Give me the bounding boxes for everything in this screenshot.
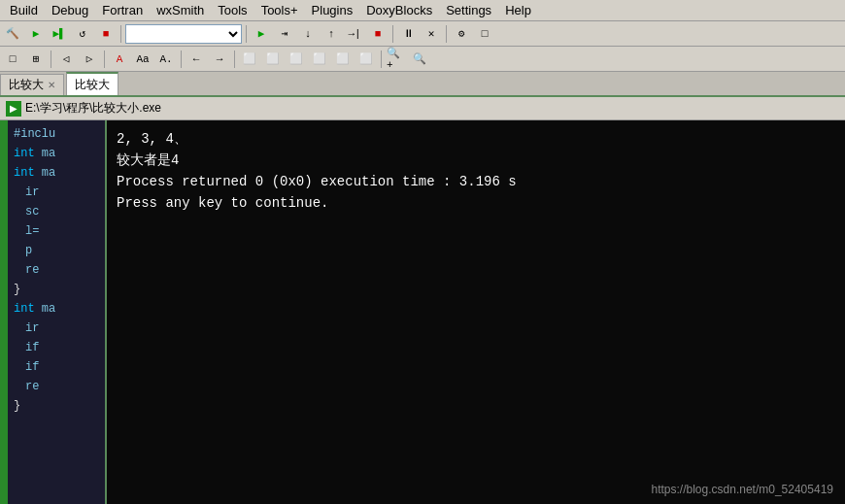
tb2-btn1[interactable]: □ (2, 49, 23, 70)
tb2-sep5 (381, 50, 382, 68)
exe-titlebar: ▶ E:\学习\程序\比较大小.exe (0, 97, 845, 120)
terminal-line-3: Process returned 0 (0x0) execution time … (117, 171, 835, 192)
tabbar: 比较大 ✕ 比较大 (0, 72, 845, 97)
cpu-btn[interactable]: ⚙ (451, 23, 472, 45)
build-target-combo[interactable] (125, 24, 242, 44)
tb2-btn2[interactable]: ⊞ (25, 49, 47, 70)
tb2-bookmark[interactable]: A (109, 49, 130, 70)
separator2 (246, 25, 247, 43)
menu-fortran[interactable]: Fortran (96, 1, 149, 19)
step-btn[interactable]: ⇥ (274, 23, 295, 45)
menu-toolsplus[interactable]: Tools+ (255, 1, 304, 19)
tb2-btn9[interactable]: ⬜ (286, 49, 307, 70)
tab-source-label: 比较大 (9, 77, 44, 93)
exe-path: E:\学习\程序\比较大小.exe (25, 100, 161, 117)
tb2-sep1 (51, 50, 51, 68)
terminal-line-1: 2, 3, 4、 (117, 128, 835, 150)
main-area: #inclu int ma int ma ir sc l= p re } int… (0, 120, 845, 504)
code-line-9: } (0, 280, 105, 299)
rebuild-button[interactable]: ↺ (72, 23, 93, 45)
line-gutter (0, 120, 8, 504)
tb2-btn11[interactable]: ⬜ (332, 49, 354, 70)
menu-help[interactable]: Help (499, 1, 537, 19)
exe-icon: ▶ (6, 101, 21, 117)
code-line-1: #inclu (0, 124, 105, 144)
menu-settings[interactable]: Settings (440, 1, 497, 19)
tb2-btn12[interactable]: ⬜ (355, 49, 377, 70)
menu-build[interactable]: Build (4, 1, 44, 19)
tb2-sep2 (104, 50, 105, 68)
code-line-3: int ma (0, 163, 105, 183)
separator4 (446, 25, 447, 43)
code-line-5: sc (12, 202, 105, 221)
code-line-2: int ma (0, 144, 105, 163)
tb2-zoom-in[interactable]: 🔍+ (386, 49, 407, 70)
tb2-sep3 (181, 50, 182, 68)
tab-active-label: 比较大 (75, 77, 110, 93)
stop-button[interactable]: ■ (95, 23, 117, 45)
menu-debug[interactable]: Debug (46, 1, 94, 19)
abort-btn[interactable]: ✕ (421, 23, 442, 45)
terminal-line-2: 较大者是4 (117, 150, 835, 171)
code-line-4: ir (12, 183, 105, 202)
run-button[interactable]: ▶ (25, 23, 47, 45)
watermark: https://blog.csdn.net/m0_52405419 (652, 483, 833, 496)
menu-plugins[interactable]: Plugins (306, 1, 359, 19)
code-line-13: if (12, 357, 105, 377)
code-line-10: int ma (0, 299, 105, 319)
terminal-line-4: Press any key to continue. (117, 192, 835, 214)
code-line-15: } (0, 396, 105, 416)
tb2-forward[interactable]: ▷ (79, 49, 100, 70)
toolbar1: 🔨 ▶ ▶▌ ↺ ■ ▶ ⇥ ↓ ↑ →| ■ ⏸ ✕ ⚙ □ (0, 21, 845, 47)
code-line-7: p (12, 241, 105, 260)
separator3 (392, 25, 393, 43)
tb2-btn7[interactable]: ⬜ (239, 49, 260, 70)
code-line-14: re (12, 377, 105, 396)
tb2-btn3[interactable]: Aa (132, 49, 153, 70)
tb2-sep4 (234, 50, 235, 68)
terminal-panel: 2, 3, 4、 较大者是4 Process returned 0 (0x0) … (107, 120, 845, 504)
code-line-12: if (12, 338, 105, 357)
tb2-btn8[interactable]: ⬜ (262, 49, 284, 70)
menu-doxyblocks[interactable]: DoxyBlocks (360, 1, 438, 19)
stepinto-btn[interactable]: ↓ (297, 23, 319, 45)
separator1 (120, 25, 121, 43)
tb2-btn10[interactable]: ⬜ (309, 49, 330, 70)
tb2-back[interactable]: ◁ (55, 49, 77, 70)
code-panel: #inclu int ma int ma ir sc l= p re } int… (0, 120, 107, 504)
play-btn[interactable]: ▶ (251, 23, 272, 45)
mem-btn[interactable]: □ (474, 23, 495, 45)
tab-source[interactable]: 比较大 ✕ (0, 74, 64, 95)
stepout-btn[interactable]: ↑ (321, 23, 342, 45)
menu-tools[interactable]: Tools (212, 1, 253, 19)
tb2-btn6[interactable]: → (209, 49, 230, 70)
tb2-btn4[interactable]: A. (155, 49, 177, 70)
code-line-11: ir (12, 319, 105, 338)
runto-btn[interactable]: →| (344, 23, 365, 45)
menu-wxsmith[interactable]: wxSmith (151, 1, 210, 19)
build-button[interactable]: 🔨 (2, 23, 23, 45)
tb2-btn5[interactable]: ← (186, 49, 207, 70)
stop2-btn[interactable]: ■ (367, 23, 389, 45)
menubar: Build Debug Fortran wxSmith Tools Tools+… (0, 0, 845, 21)
code-line-6: l= (12, 221, 105, 241)
tab-active[interactable]: 比较大 (66, 72, 118, 95)
tab-source-close[interactable]: ✕ (48, 80, 55, 90)
code-line-8: re (12, 260, 105, 280)
debug-button[interactable]: ▶▌ (49, 23, 70, 45)
pause-btn[interactable]: ⏸ (397, 23, 419, 45)
toolbar2: □ ⊞ ◁ ▷ A Aa A. ← → ⬜ ⬜ ⬜ ⬜ ⬜ ⬜ 🔍+ 🔍 (0, 47, 845, 72)
tb2-zoom-out[interactable]: 🔍 (409, 49, 430, 70)
